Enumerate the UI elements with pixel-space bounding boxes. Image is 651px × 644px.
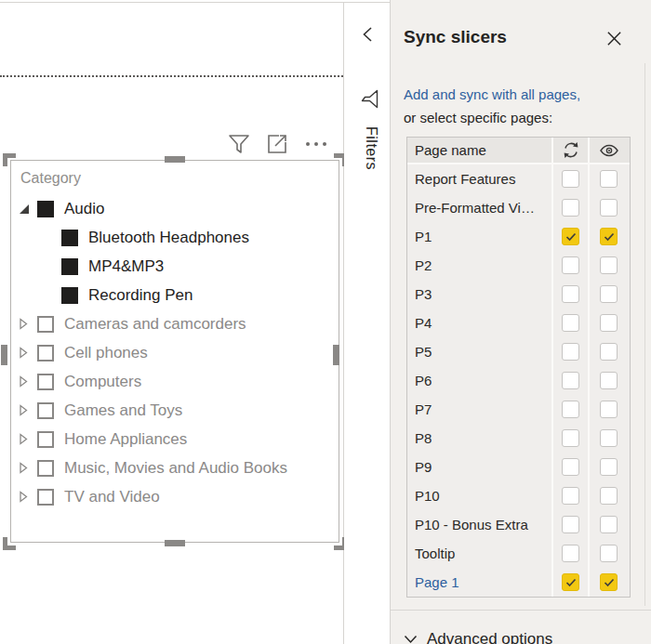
page-row-p1: P1	[407, 222, 630, 251]
page-row-p9: P9	[407, 453, 630, 481]
visible-cell	[590, 280, 628, 309]
slicer-item-checkbox[interactable]	[61, 230, 78, 246]
collapse-icon[interactable]	[18, 204, 30, 215]
pane-title: Sync slicers	[404, 27, 507, 47]
sync-checkbox[interactable]	[562, 285, 579, 303]
advanced-options-toggle[interactable]: Advanced options	[404, 630, 552, 644]
filters-pane-label[interactable]: Filters	[363, 126, 379, 170]
chevron-down-icon	[404, 635, 418, 644]
add-and-sync-link[interactable]: Add and sync with all pages,	[404, 86, 580, 102]
slicer-item-music-movies-and-audio-books[interactable]: Music, Movies and Audio Books	[11, 453, 337, 482]
visible-checkbox[interactable]	[600, 343, 618, 361]
visible-cell	[590, 164, 628, 193]
page-name: P3	[407, 280, 553, 309]
slicer-item-label: Cell phones	[64, 344, 148, 362]
expand-icon[interactable]	[18, 491, 30, 503]
resize-handle-top-left[interactable]	[3, 153, 16, 166]
chevron-left-icon[interactable]	[361, 26, 375, 46]
more-options-icon[interactable]	[303, 138, 329, 150]
sync-checkbox[interactable]	[562, 199, 579, 217]
slicer-item-checkbox[interactable]	[61, 287, 78, 304]
sync-cell	[553, 337, 590, 366]
sync-cell	[553, 510, 590, 539]
filter-funnel-icon[interactable]	[356, 89, 379, 110]
visible-checkbox[interactable]	[600, 285, 618, 303]
slicer-item-cell-phones[interactable]: Cell phones	[11, 338, 337, 367]
visible-cell	[590, 222, 628, 251]
sync-checkbox[interactable]	[562, 487, 579, 505]
focus-mode-icon[interactable]	[266, 133, 288, 155]
visible-checkbox[interactable]	[600, 516, 618, 533]
visible-checkbox[interactable]	[600, 573, 618, 591]
slicer-item-checkbox[interactable]	[37, 374, 54, 390]
visible-checkbox[interactable]	[600, 487, 618, 505]
visible-checkbox[interactable]	[600, 401, 618, 418]
slicer-item-cameras-and-camcorders[interactable]: Cameras and camcorders	[11, 309, 337, 338]
slicer-item-bluetooth-headphones[interactable]: Bluetooth Headphones	[11, 223, 337, 252]
visible-checkbox[interactable]	[600, 429, 618, 447]
visible-checkbox[interactable]	[600, 458, 618, 476]
slicer-item-mp4-mp3[interactable]: MP4&MP3	[11, 252, 337, 281]
visible-checkbox[interactable]	[600, 228, 618, 245]
sync-checkbox[interactable]	[562, 458, 579, 476]
slicer-item-checkbox[interactable]	[37, 489, 54, 506]
visible-cell	[590, 337, 628, 366]
expand-icon[interactable]	[18, 375, 30, 388]
page-name: P4	[407, 309, 553, 337]
slicer-item-games-and-toys[interactable]: Games and Toys	[11, 396, 337, 425]
expand-icon[interactable]	[18, 404, 30, 416]
visible-checkbox[interactable]	[600, 256, 618, 274]
slicer-item-recording-pen[interactable]: Recording Pen	[11, 281, 337, 309]
slicer-item-home-appliances[interactable]: Home Appliances	[11, 425, 337, 453]
resize-handle-bottom-left[interactable]	[3, 537, 16, 550]
sync-checkbox[interactable]	[562, 573, 579, 591]
visible-checkbox[interactable]	[600, 372, 618, 389]
sync-checkbox[interactable]	[562, 256, 579, 274]
slicer-items-list: AudioBluetooth HeadphonesMP4&MP3Recordin…	[11, 194, 337, 511]
expand-icon[interactable]	[18, 462, 30, 474]
resize-handle-bottom[interactable]	[165, 540, 185, 546]
sync-checkbox[interactable]	[562, 314, 579, 332]
visible-checkbox[interactable]	[600, 314, 618, 332]
filter-icon[interactable]	[227, 133, 251, 155]
close-icon[interactable]	[604, 28, 624, 48]
sync-checkbox[interactable]	[562, 372, 579, 389]
sync-checkbox[interactable]	[562, 516, 579, 533]
sync-checkbox[interactable]	[562, 545, 579, 562]
visible-cell	[590, 251, 628, 280]
page-name-header: Page name	[407, 138, 553, 163]
visible-cell	[590, 395, 628, 424]
slicer-item-computers[interactable]: Computers	[11, 367, 337, 396]
visible-checkbox[interactable]	[600, 170, 618, 188]
slicer-item-checkbox[interactable]	[37, 431, 54, 448]
expand-icon[interactable]	[18, 347, 30, 359]
slicer-item-checkbox[interactable]	[61, 258, 78, 275]
sync-checkbox[interactable]	[562, 429, 579, 447]
sync-checkbox[interactable]	[562, 343, 579, 361]
slicer-item-checkbox[interactable]	[37, 201, 54, 217]
visible-cell	[590, 481, 628, 510]
pane-scrollbar[interactable]	[644, 63, 645, 606]
slicer-item-tv-and-video[interactable]: TV and Video	[11, 482, 337, 511]
visible-checkbox[interactable]	[600, 545, 618, 562]
resize-handle-left[interactable]	[1, 345, 7, 365]
slicer-item-label: Bluetooth Headphones	[88, 229, 249, 247]
slicer-item-checkbox[interactable]	[37, 345, 54, 361]
visible-checkbox[interactable]	[600, 199, 618, 217]
resize-handle-top[interactable]	[165, 156, 185, 163]
slicer-item-checkbox[interactable]	[37, 316, 54, 333]
expand-icon[interactable]	[18, 318, 30, 330]
page-name: P10	[407, 481, 553, 510]
page-name: P9	[407, 453, 553, 481]
expand-icon[interactable]	[18, 433, 30, 445]
page-row-tooltip: Tooltip	[407, 539, 630, 568]
sync-checkbox[interactable]	[562, 401, 579, 418]
page-row-p2: P2	[407, 251, 630, 280]
page-name: P5	[407, 337, 553, 366]
sync-checkbox[interactable]	[562, 170, 579, 188]
slicer-item-checkbox[interactable]	[37, 460, 54, 477]
sync-checkbox[interactable]	[562, 228, 579, 245]
pages-table: Page name Report	[406, 137, 631, 598]
slicer-item-checkbox[interactable]	[37, 402, 54, 419]
slicer-item-audio[interactable]: Audio	[11, 194, 337, 223]
